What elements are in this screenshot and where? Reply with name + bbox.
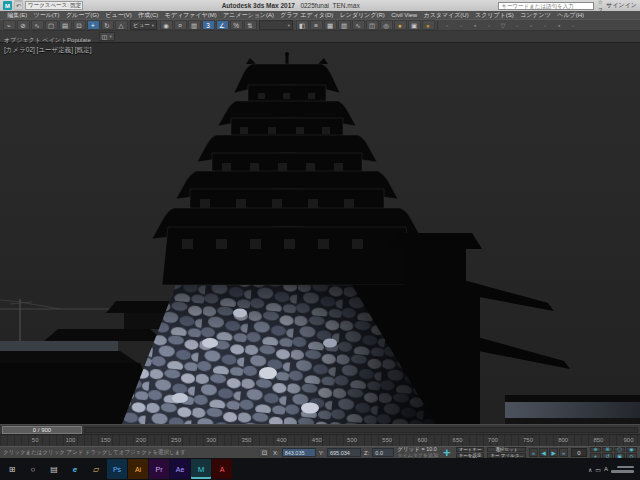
taskbar-app-icon[interactable]: Ae <box>170 459 190 479</box>
reference-coordinate-dropdown[interactable]: ビュー▾ <box>130 20 157 30</box>
toolbar-icon[interactable]: ¤ <box>174 20 187 30</box>
menu-item[interactable]: グループ(G) <box>63 11 102 19</box>
time-slider-handle[interactable]: 0 / 900 <box>2 426 82 434</box>
viewport[interactable]: [カメラ02] [ユーザ定義] [既定] <box>0 43 640 424</box>
viewport-canvas[interactable] <box>0 43 640 424</box>
toolbar-icon[interactable]: ∠ <box>216 20 229 30</box>
transport-icon[interactable]: ◀ <box>539 448 548 457</box>
coord-x-field[interactable]: 843.035 <box>282 448 316 457</box>
toolbar-icon[interactable]: ▽ <box>497 20 510 30</box>
time-slider-track[interactable] <box>84 427 638 433</box>
toolbar-icon[interactable]: ▥ <box>188 20 201 30</box>
named-selection-sets-dropdown[interactable]: ▾ <box>259 20 293 30</box>
start-button[interactable]: ⊞ <box>2 459 22 479</box>
workspace-dropdown[interactable]: ワークスペース: 既定▾ <box>25 1 83 10</box>
transport-icon[interactable]: ▶ <box>549 448 558 457</box>
windows-taskbar: ⊞ ○▤e▱PsAiPrAeMA ∧▭A <box>0 458 640 480</box>
menu-item[interactable]: ビュー(V) <box>102 11 135 19</box>
menu-item[interactable]: モディファイヤ(M) <box>162 11 220 19</box>
tray-icon[interactable]: ▭ <box>595 466 601 473</box>
app-logo-icon[interactable]: M <box>3 1 12 10</box>
qat-icon[interactable]: ↶ <box>14 1 23 10</box>
tray-icon[interactable]: A <box>604 466 608 473</box>
toolbar-icon[interactable]: ▪ <box>553 20 566 30</box>
file-name: 0225funai_TEN.max <box>300 2 359 9</box>
toolbar-icon[interactable]: ◎ <box>380 20 393 30</box>
taskbar-app-icon[interactable]: M <box>191 459 211 479</box>
auto-key-button[interactable]: オートキー <box>456 447 485 452</box>
toolbar-icon[interactable]: ⇅ <box>244 20 257 30</box>
viewport-label[interactable]: [カメラ02] [ユーザ定義] [既定] <box>4 46 91 55</box>
toolbar-icon[interactable]: ▦ <box>324 20 337 30</box>
menu-item[interactable]: アニメーション(A) <box>220 11 277 19</box>
track-bar-tick: 800 <box>558 437 568 443</box>
taskbar-app-icon[interactable]: A <box>212 459 232 479</box>
toolbar-icon[interactable]: ◫ <box>366 20 379 30</box>
ribbon-tool-button[interactable]: ◫▾ <box>99 32 115 41</box>
toolbar-icon[interactable]: ◦ <box>567 20 580 30</box>
coord-y-field[interactable]: 695.034 <box>327 448 361 457</box>
menu-item[interactable]: 編集(E) <box>4 11 30 19</box>
ribbon-tab[interactable]: Populate <box>67 37 91 43</box>
toolbar-icon[interactable]: ● <box>394 20 407 30</box>
app-title: Autodesk 3ds Max 2017 <box>222 2 295 9</box>
viewport-nav-icon[interactable]: ◉ <box>626 447 637 453</box>
taskbar-clock[interactable] <box>611 466 634 473</box>
toolbar-icon[interactable]: ◉ <box>160 20 173 30</box>
menu-item[interactable]: グラフ エディタ(D) <box>277 11 336 19</box>
menu-item[interactable]: ツール(T) <box>30 11 62 19</box>
app-glyph-icon: Ai <box>135 466 141 473</box>
menu-item[interactable]: スクリプト(S) <box>472 11 517 19</box>
track-bar-tick: 850 <box>593 437 603 443</box>
toolbar-icon[interactable]: ▫ <box>525 20 538 30</box>
app-glyph-icon: Pr <box>156 466 163 473</box>
viewport-nav-icon[interactable]: ▢ <box>614 447 625 453</box>
selection-set-button[interactable]: 選択セット <box>487 447 526 452</box>
taskbar-app-icon[interactable]: ▤ <box>44 459 64 479</box>
track-bar[interactable]: 5010015020025030035040045050055060065070… <box>0 434 640 446</box>
toolbar-icon[interactable]: ● <box>422 20 435 30</box>
taskbar-app-icon[interactable]: ○ <box>23 459 43 479</box>
toolbar-icon[interactable]: ◦ <box>539 20 552 30</box>
taskbar-app-icon[interactable]: Pr <box>149 459 169 479</box>
coord-z-field[interactable]: 0.0 <box>372 448 394 457</box>
menu-item[interactable]: コンテンツ <box>517 11 554 19</box>
coord-x-label: X: <box>273 450 279 456</box>
taskbar-app-icon[interactable]: e <box>65 459 85 479</box>
toolbar-icon[interactable]: ∿ <box>352 20 365 30</box>
transport-icon[interactable]: « <box>529 448 538 457</box>
toolbar-icon[interactable]: 3 <box>202 20 215 30</box>
menu-item[interactable]: Civil View <box>388 11 420 19</box>
taskbar-app-icon[interactable]: ▱ <box>86 459 106 479</box>
transport-icon[interactable]: » <box>559 448 568 457</box>
toolbar-icon[interactable]: ▥ <box>338 20 351 30</box>
toolbar-icon[interactable]: ▪ <box>469 20 482 30</box>
current-frame-field[interactable]: 0 <box>571 448 587 457</box>
toolbar-icon[interactable]: ▫ <box>441 20 454 30</box>
menu-item[interactable]: ヘルプ(H) <box>554 11 587 19</box>
app-glyph-icon: Ae <box>176 466 185 473</box>
toolbar-icon[interactable]: ◦ <box>483 20 496 30</box>
toolbar-icon[interactable]: % <box>230 20 243 30</box>
toolbar-icon[interactable]: ↻ <box>101 20 114 30</box>
menu-item[interactable]: 作成(C) <box>135 11 162 19</box>
menu-item[interactable]: レンダリング(R) <box>336 11 388 19</box>
lock-selection-icon[interactable]: ⊡ <box>259 448 269 457</box>
viewport-nav-icon[interactable]: ⊞ <box>602 447 613 453</box>
toolbar-icon[interactable]: ◦ <box>511 20 524 30</box>
sign-in-button[interactable]: サインイン <box>606 1 637 10</box>
pan-view-icon[interactable]: + <box>443 448 451 458</box>
taskbar-app-icon[interactable]: Ps <box>107 459 127 479</box>
toolbar-icon[interactable]: ◧ <box>296 20 309 30</box>
toolbar-icon[interactable]: ▣ <box>408 20 421 30</box>
tray-icon[interactable]: ∧ <box>588 466 592 473</box>
ribbon-tab[interactable]: オブジェクト ペイント <box>4 37 67 43</box>
toolbar-icon[interactable]: ≡ <box>310 20 323 30</box>
help-search-input[interactable] <box>498 2 594 10</box>
toolbar-icon[interactable]: ◦ <box>455 20 468 30</box>
taskbar-app-icon[interactable]: Ai <box>128 459 148 479</box>
toolbar-icon[interactable]: △ <box>115 20 128 30</box>
viewport-nav-icon[interactable]: ⊕ <box>590 447 601 453</box>
track-bar-tick: 450 <box>312 437 322 443</box>
menu-item[interactable]: カスタマイズ(U) <box>420 11 472 19</box>
